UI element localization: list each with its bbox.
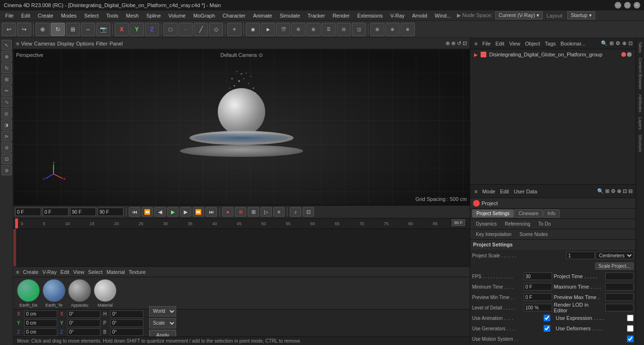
min-time-input[interactable]	[524, 283, 552, 291]
view-4[interactable]: ⊟	[337, 23, 351, 36]
menu-arnold[interactable]: Arnold	[409, 12, 430, 19]
axis-z-btn[interactable]: Z	[145, 23, 159, 36]
menu-character[interactable]: Character	[219, 12, 249, 19]
preview-max-input[interactable]	[605, 293, 634, 301]
tl-sound[interactable]: ♪	[290, 207, 301, 217]
rsb-tab-layers[interactable]: Layers	[637, 115, 644, 132]
tl-first-frame[interactable]: ⏮	[129, 207, 140, 217]
obj-filter-icon[interactable]: ⊞	[609, 40, 614, 46]
sidebar-spline[interactable]: ∿	[1, 97, 12, 107]
menu-spline[interactable]: Spline	[143, 12, 164, 19]
use-expression-checkbox[interactable]	[627, 315, 634, 321]
obj-settings-icon[interactable]: ⚙	[616, 40, 620, 46]
sidebar-dynamics[interactable]: ⊚	[1, 165, 12, 175]
menu-tracker[interactable]: Tracker	[304, 12, 329, 19]
menu-mesh[interactable]: Mesh	[123, 12, 142, 19]
menu-file[interactable]: File	[2, 12, 17, 19]
rotate-tool[interactable]: ↻	[51, 23, 65, 36]
tl-next-key[interactable]: ⏩	[193, 207, 204, 217]
material-default[interactable]: Material	[94, 279, 116, 308]
h-input[interactable]	[110, 310, 143, 318]
add-obj-btn[interactable]: +	[227, 23, 242, 36]
sidebar-motion[interactable]: ⊳	[1, 131, 12, 141]
objects-content[interactable]: ▶ Disintegrating_Digital_Globe_on_Platfo…	[470, 49, 635, 184]
maximize-button[interactable]: □	[624, 2, 631, 9]
material-earth-de[interactable]: Earth_De	[17, 279, 40, 308]
menu-volume[interactable]: Volume	[165, 12, 189, 19]
tl-timeline[interactable]: ≡	[273, 207, 285, 217]
menu-edit[interactable]: Edit	[18, 12, 34, 19]
viewport-options[interactable]: Options	[76, 41, 94, 46]
rsb-tab-structure[interactable]: Structure	[637, 133, 644, 154]
mat-edit[interactable]: Edit	[60, 269, 69, 275]
layout-select[interactable]: Startup ▾	[567, 11, 595, 19]
axis-y-btn[interactable]: Y	[130, 23, 144, 36]
attr-mode[interactable]: Mode	[481, 189, 497, 194]
redo-button[interactable]: ↪	[17, 23, 31, 36]
project-time-input[interactable]	[605, 272, 634, 280]
scale-tool[interactable]: ⊞	[66, 23, 80, 36]
rsb-tab-attributes[interactable]: Attributes	[637, 92, 644, 114]
timeline-content[interactable]	[13, 229, 470, 266]
project-scale-unit[interactable]: Centimeters Meters	[596, 252, 634, 259]
sidebar-scale[interactable]: ⊞	[1, 74, 12, 84]
project-scale-input[interactable]	[566, 252, 595, 259]
mat-select[interactable]: Select	[88, 269, 103, 275]
obj-bookmarks[interactable]: Bookmar...	[559, 41, 587, 46]
tab-key-interpolation[interactable]: Key Interpolation	[472, 231, 515, 238]
rsb-tab-content[interactable]: Content Browser	[637, 56, 644, 91]
select-tool[interactable]: ↔	[81, 23, 95, 36]
camera-tool[interactable]: 📷	[96, 23, 110, 36]
preview-min-input[interactable]	[524, 293, 552, 301]
tl-key-sel[interactable]: ⊞	[248, 207, 259, 217]
use-animation-checkbox[interactable]	[544, 315, 550, 321]
object-mode[interactable]: □	[163, 23, 178, 36]
snap-btn[interactable]: ⊕	[385, 23, 400, 36]
object-item-globe[interactable]: ▶ Disintegrating_Digital_Globe_on_Platfo…	[470, 49, 635, 60]
obj-file[interactable]: File	[481, 41, 492, 46]
mat-vray[interactable]: V-Ray	[42, 269, 56, 275]
undo-button[interactable]: ↩	[2, 23, 16, 36]
mat-menu-icon[interactable]: ≡	[16, 269, 19, 275]
attr-menu-icon[interactable]: ≡	[473, 189, 479, 194]
close-button[interactable]: ✕	[634, 2, 640, 9]
timeline-playhead[interactable]	[15, 218, 18, 229]
y-input[interactable]	[24, 319, 57, 327]
z-input[interactable]	[24, 328, 57, 336]
tl-next-frame[interactable]: ▶	[180, 207, 191, 217]
viewport-cameras[interactable]: Cameras	[34, 41, 55, 46]
obj-search-icon[interactable]: 🔍	[601, 40, 608, 46]
tl-prev-frame[interactable]: ◀	[154, 207, 166, 217]
space-select[interactable]: World Object	[149, 306, 176, 317]
sidebar-material[interactable]: ◑	[1, 119, 12, 130]
obj-dot-red[interactable]	[621, 52, 626, 57]
viewport-view[interactable]: View	[21, 41, 32, 46]
obj-view[interactable]: View	[508, 41, 522, 46]
sidebar-rig[interactable]: ⊘	[1, 142, 12, 153]
view-render[interactable]: ⊞	[306, 23, 321, 36]
timeline-current-input[interactable]	[43, 208, 69, 216]
tl-record[interactable]: ●	[222, 207, 233, 217]
b-input[interactable]	[110, 328, 143, 336]
obj-object[interactable]: Object	[524, 41, 542, 46]
tl-play[interactable]: ▶	[167, 207, 179, 217]
viewport[interactable]: ≡ View Cameras Display Options Filter Pa…	[13, 38, 470, 205]
menu-wind[interactable]: Wind...	[431, 12, 454, 19]
menu-render[interactable]: Render	[329, 12, 353, 19]
mat-material[interactable]: Material	[107, 269, 125, 275]
render-viewport[interactable]: ▶	[261, 23, 275, 36]
fps-input[interactable]	[524, 272, 552, 280]
p-input[interactable]	[110, 319, 143, 327]
menu-extensions[interactable]: Extensions	[354, 12, 386, 19]
edge-mode[interactable]: ╱	[194, 23, 208, 36]
axis-x-btn[interactable]: X	[115, 23, 129, 36]
tl-motion[interactable]: ▷	[260, 207, 272, 217]
sidebar-paint[interactable]: ✏	[1, 85, 12, 96]
timeline-frame-input[interactable]	[98, 208, 124, 216]
mat-texture[interactable]: Texture	[129, 269, 146, 275]
sidebar-rotate[interactable]: ↻	[1, 63, 12, 73]
obj-edit[interactable]: Edit	[494, 41, 506, 46]
minimize-button[interactable]: ─	[615, 2, 621, 9]
node-space-select[interactable]: Current (V-Ray) ▾	[495, 11, 543, 19]
viewport-filter[interactable]: Filter	[96, 41, 107, 46]
